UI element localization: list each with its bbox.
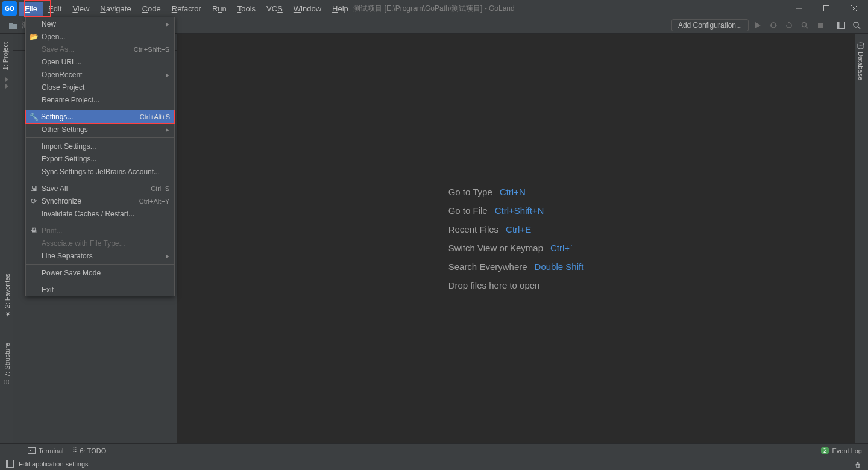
layout-icon[interactable] — [834, 19, 848, 32]
tip-key: Double Shift — [535, 262, 584, 272]
menu-refactor[interactable]: Refactor — [166, 2, 207, 16]
list-icon: ⠿ — [72, 446, 77, 454]
add-configuration-button[interactable]: Add Configuration... — [671, 19, 749, 31]
menu-line-separators[interactable]: Line Separators▸ — [26, 249, 174, 262]
svg-rect-28 — [28, 448, 36, 454]
chevron-right-icon[interactable] — [4, 77, 9, 82]
print-icon: 🖶 — [30, 227, 38, 235]
svg-rect-1 — [824, 6, 829, 11]
folder-open-icon: 📂 — [30, 33, 38, 41]
search-icon[interactable] — [850, 19, 863, 32]
save-all-icon: 🖫 — [30, 184, 38, 193]
menu-print: 🖶Print... — [26, 224, 174, 237]
chevron-right-icon[interactable] — [4, 84, 9, 89]
svg-point-31 — [857, 462, 859, 463]
svg-point-27 — [858, 43, 864, 45]
status-text: Edit application settings — [19, 460, 89, 468]
menu-open[interactable]: 📂Open... — [26, 30, 174, 43]
menu-open-url[interactable]: Open URL... — [26, 55, 174, 68]
menu-other-settings[interactable]: Other Settings▸ — [26, 123, 174, 136]
run-icon[interactable] — [751, 19, 764, 32]
stop-icon[interactable] — [814, 19, 827, 32]
terminal-icon — [28, 447, 36, 454]
menu-navigate[interactable]: Navigate — [95, 2, 136, 16]
tab-project[interactable]: 1: Project — [0, 37, 11, 75]
menu-export-settings[interactable]: Export Settings... — [26, 152, 174, 165]
menu-open-recent[interactable]: Open Recent▸ — [26, 68, 174, 81]
event-badge: 2 — [821, 447, 829, 454]
menu-save-as: Save As...Ctrl+Shift+S — [26, 43, 174, 55]
tip-label: Go to File — [448, 205, 488, 216]
wrench-icon: 🔧 — [30, 113, 38, 121]
menu-sync-settings[interactable]: Sync Settings to JetBrains Account... — [26, 165, 174, 178]
menu-tools[interactable]: Tools — [232, 2, 261, 16]
file-dropdown: New▸ 📂Open... Save As...Ctrl+Shift+S Ope… — [25, 17, 175, 296]
menu-vcs[interactable]: VCS — [261, 2, 288, 16]
close-button[interactable] — [840, 0, 868, 17]
menu-exit[interactable]: Exit — [26, 283, 174, 296]
chevron-right-icon: ▸ — [166, 20, 169, 28]
menu-close-project[interactable]: Close Project — [26, 81, 174, 93]
sync-icon: ⟳ — [30, 197, 38, 205]
maximize-button[interactable] — [813, 0, 840, 17]
rerun-icon[interactable] — [782, 19, 796, 32]
window-title: 测试项目 [E:\Program\GoPath\测试项目] - GoLand — [353, 4, 514, 14]
menu-window[interactable]: Window — [288, 2, 327, 16]
tab-database[interactable]: Database — [855, 37, 866, 85]
tip-label: Drop files here to open — [448, 280, 540, 290]
right-gutter: Database — [855, 34, 868, 443]
find-icon[interactable] — [798, 19, 811, 32]
svg-rect-30 — [7, 460, 9, 468]
hector-icon[interactable] — [854, 460, 862, 468]
menu-settings[interactable]: 🔧Settings...Ctrl+Alt+S — [25, 110, 175, 124]
menu-invalidate[interactable]: Invalidate Caches / Restart... — [26, 207, 174, 220]
menu-run[interactable]: Run — [207, 2, 232, 16]
menu-bar: File Edit View Navigate Code Refactor Ru… — [19, 0, 354, 17]
menu-power-save[interactable]: Power Save Mode — [26, 266, 174, 279]
svg-rect-12 — [837, 22, 840, 29]
menu-view[interactable]: View — [67, 2, 95, 16]
menu-synchronize[interactable]: ⟳SynchronizeCtrl+Alt+Y — [26, 195, 174, 207]
tab-terminal[interactable]: Terminal — [28, 447, 64, 454]
tab-todo[interactable]: ⠿ 6: TODO — [72, 446, 107, 454]
left-gutter: 1: Project ★ 2: Favorites ⠿ 7: Structure — [0, 34, 13, 443]
menu-import-settings[interactable]: Import Settings... — [26, 140, 174, 152]
tab-structure[interactable]: ⠿ 7: Structure — [1, 338, 13, 389]
chevron-right-icon: ▸ — [166, 70, 169, 79]
menu-help[interactable]: Help — [327, 2, 354, 16]
menu-edit[interactable]: Edit — [43, 2, 67, 16]
menu-associate: Associate with File Type... — [26, 237, 174, 249]
editor-area: Go to TypeCtrl+N Go to FileCtrl+Shift+N … — [177, 34, 855, 443]
svg-rect-10 — [818, 23, 823, 28]
event-log[interactable]: 2 Event Log — [821, 447, 862, 454]
chevron-right-icon: ▸ — [166, 252, 169, 260]
debug-icon[interactable] — [767, 19, 780, 32]
svg-line-9 — [806, 27, 808, 28]
tip-key: Ctrl+N — [500, 187, 526, 197]
tip-label: Go to Type — [448, 187, 492, 197]
tip-key: Ctrl+Shift+N — [495, 205, 544, 216]
menu-code[interactable]: Code — [137, 2, 166, 16]
minimize-button[interactable] — [785, 0, 813, 17]
svg-line-14 — [858, 27, 860, 29]
svg-point-13 — [854, 22, 858, 27]
tip-key: Ctrl+E — [506, 224, 531, 234]
app-icon: GO — [2, 1, 17, 16]
menu-file[interactable]: File — [19, 2, 43, 16]
svg-point-4 — [771, 23, 776, 28]
chevron-right-icon: ▸ — [166, 125, 169, 134]
svg-point-8 — [802, 23, 807, 27]
menu-new[interactable]: New▸ — [26, 17, 174, 30]
tip-label: Switch View or Keymap — [448, 243, 543, 253]
folder-icon — [8, 21, 18, 30]
tip-label: Search Everywhere — [448, 262, 527, 272]
menu-rename-project[interactable]: Rename Project... — [26, 93, 174, 106]
tip-label: Recent Files — [448, 224, 498, 234]
tab-favorites[interactable]: ★ 2: Favorites — [1, 269, 13, 323]
tip-key: Ctrl+` — [550, 243, 573, 253]
context-icon[interactable] — [6, 460, 14, 468]
menu-save-all[interactable]: 🖫Save AllCtrl+S — [26, 182, 174, 195]
